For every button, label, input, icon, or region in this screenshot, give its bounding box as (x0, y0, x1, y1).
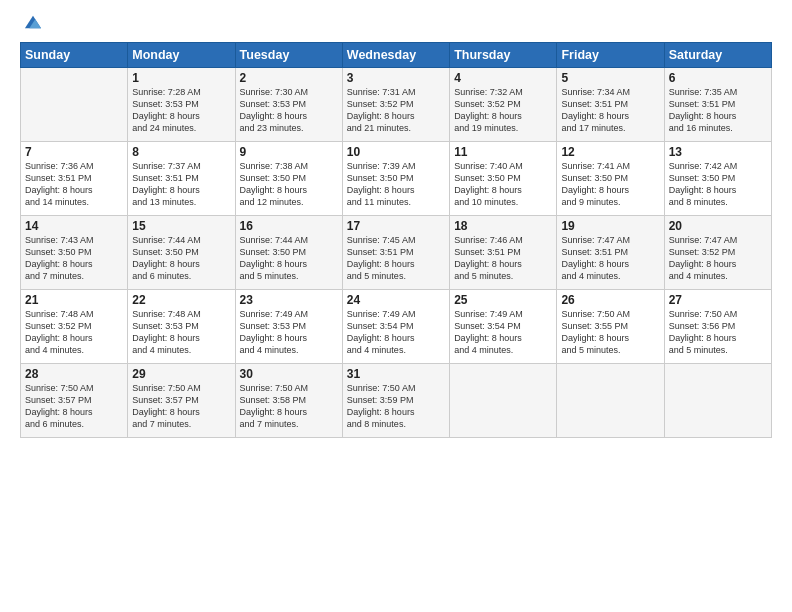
day-number: 23 (240, 293, 338, 307)
calendar-cell (21, 68, 128, 142)
calendar-cell: 9Sunrise: 7:38 AMSunset: 3:50 PMDaylight… (235, 142, 342, 216)
day-info: Sunrise: 7:37 AMSunset: 3:51 PMDaylight:… (132, 160, 230, 209)
day-info: Sunrise: 7:34 AMSunset: 3:51 PMDaylight:… (561, 86, 659, 135)
day-info: Sunrise: 7:44 AMSunset: 3:50 PMDaylight:… (132, 234, 230, 283)
calendar-cell: 24Sunrise: 7:49 AMSunset: 3:54 PMDayligh… (342, 290, 449, 364)
day-number: 17 (347, 219, 445, 233)
day-info: Sunrise: 7:42 AMSunset: 3:50 PMDaylight:… (669, 160, 767, 209)
week-row-3: 21Sunrise: 7:48 AMSunset: 3:52 PMDayligh… (21, 290, 772, 364)
day-number: 19 (561, 219, 659, 233)
day-info: Sunrise: 7:48 AMSunset: 3:53 PMDaylight:… (132, 308, 230, 357)
logo-icon (22, 12, 44, 34)
header-row: SundayMondayTuesdayWednesdayThursdayFrid… (21, 43, 772, 68)
day-number: 12 (561, 145, 659, 159)
day-info: Sunrise: 7:47 AMSunset: 3:51 PMDaylight:… (561, 234, 659, 283)
day-number: 9 (240, 145, 338, 159)
day-info: Sunrise: 7:43 AMSunset: 3:50 PMDaylight:… (25, 234, 123, 283)
calendar-cell: 4Sunrise: 7:32 AMSunset: 3:52 PMDaylight… (450, 68, 557, 142)
day-number: 31 (347, 367, 445, 381)
day-number: 25 (454, 293, 552, 307)
day-info: Sunrise: 7:46 AMSunset: 3:51 PMDaylight:… (454, 234, 552, 283)
day-info: Sunrise: 7:50 AMSunset: 3:59 PMDaylight:… (347, 382, 445, 431)
calendar-cell: 8Sunrise: 7:37 AMSunset: 3:51 PMDaylight… (128, 142, 235, 216)
week-row-0: 1Sunrise: 7:28 AMSunset: 3:53 PMDaylight… (21, 68, 772, 142)
calendar-cell: 23Sunrise: 7:49 AMSunset: 3:53 PMDayligh… (235, 290, 342, 364)
calendar-cell: 10Sunrise: 7:39 AMSunset: 3:50 PMDayligh… (342, 142, 449, 216)
col-header-wednesday: Wednesday (342, 43, 449, 68)
day-info: Sunrise: 7:48 AMSunset: 3:52 PMDaylight:… (25, 308, 123, 357)
day-number: 5 (561, 71, 659, 85)
day-info: Sunrise: 7:45 AMSunset: 3:51 PMDaylight:… (347, 234, 445, 283)
day-info: Sunrise: 7:30 AMSunset: 3:53 PMDaylight:… (240, 86, 338, 135)
calendar-table: SundayMondayTuesdayWednesdayThursdayFrid… (20, 42, 772, 438)
calendar-cell: 31Sunrise: 7:50 AMSunset: 3:59 PMDayligh… (342, 364, 449, 438)
logo (20, 22, 44, 34)
col-header-thursday: Thursday (450, 43, 557, 68)
day-info: Sunrise: 7:50 AMSunset: 3:58 PMDaylight:… (240, 382, 338, 431)
calendar-cell (664, 364, 771, 438)
day-number: 24 (347, 293, 445, 307)
day-info: Sunrise: 7:49 AMSunset: 3:54 PMDaylight:… (454, 308, 552, 357)
calendar-cell: 19Sunrise: 7:47 AMSunset: 3:51 PMDayligh… (557, 216, 664, 290)
calendar-cell: 18Sunrise: 7:46 AMSunset: 3:51 PMDayligh… (450, 216, 557, 290)
day-number: 3 (347, 71, 445, 85)
day-number: 15 (132, 219, 230, 233)
day-number: 27 (669, 293, 767, 307)
day-number: 30 (240, 367, 338, 381)
week-row-4: 28Sunrise: 7:50 AMSunset: 3:57 PMDayligh… (21, 364, 772, 438)
day-number: 26 (561, 293, 659, 307)
day-info: Sunrise: 7:35 AMSunset: 3:51 PMDaylight:… (669, 86, 767, 135)
day-number: 14 (25, 219, 123, 233)
day-number: 2 (240, 71, 338, 85)
calendar-cell (557, 364, 664, 438)
day-number: 21 (25, 293, 123, 307)
calendar-cell: 5Sunrise: 7:34 AMSunset: 3:51 PMDaylight… (557, 68, 664, 142)
calendar-cell: 12Sunrise: 7:41 AMSunset: 3:50 PMDayligh… (557, 142, 664, 216)
calendar-cell: 29Sunrise: 7:50 AMSunset: 3:57 PMDayligh… (128, 364, 235, 438)
day-number: 20 (669, 219, 767, 233)
day-info: Sunrise: 7:50 AMSunset: 3:56 PMDaylight:… (669, 308, 767, 357)
day-number: 1 (132, 71, 230, 85)
calendar-cell (450, 364, 557, 438)
calendar-cell: 26Sunrise: 7:50 AMSunset: 3:55 PMDayligh… (557, 290, 664, 364)
calendar-cell: 11Sunrise: 7:40 AMSunset: 3:50 PMDayligh… (450, 142, 557, 216)
day-info: Sunrise: 7:50 AMSunset: 3:57 PMDaylight:… (25, 382, 123, 431)
calendar-cell: 3Sunrise: 7:31 AMSunset: 3:52 PMDaylight… (342, 68, 449, 142)
page-container: SundayMondayTuesdayWednesdayThursdayFrid… (0, 0, 792, 448)
week-row-2: 14Sunrise: 7:43 AMSunset: 3:50 PMDayligh… (21, 216, 772, 290)
calendar-cell: 20Sunrise: 7:47 AMSunset: 3:52 PMDayligh… (664, 216, 771, 290)
calendar-cell: 13Sunrise: 7:42 AMSunset: 3:50 PMDayligh… (664, 142, 771, 216)
calendar-cell: 1Sunrise: 7:28 AMSunset: 3:53 PMDaylight… (128, 68, 235, 142)
day-info: Sunrise: 7:36 AMSunset: 3:51 PMDaylight:… (25, 160, 123, 209)
day-number: 16 (240, 219, 338, 233)
day-number: 11 (454, 145, 552, 159)
calendar-cell: 25Sunrise: 7:49 AMSunset: 3:54 PMDayligh… (450, 290, 557, 364)
header (20, 18, 772, 34)
day-info: Sunrise: 7:31 AMSunset: 3:52 PMDaylight:… (347, 86, 445, 135)
day-info: Sunrise: 7:28 AMSunset: 3:53 PMDaylight:… (132, 86, 230, 135)
day-number: 22 (132, 293, 230, 307)
calendar-cell: 21Sunrise: 7:48 AMSunset: 3:52 PMDayligh… (21, 290, 128, 364)
day-info: Sunrise: 7:44 AMSunset: 3:50 PMDaylight:… (240, 234, 338, 283)
day-number: 28 (25, 367, 123, 381)
day-info: Sunrise: 7:50 AMSunset: 3:57 PMDaylight:… (132, 382, 230, 431)
day-number: 10 (347, 145, 445, 159)
col-header-saturday: Saturday (664, 43, 771, 68)
calendar-cell: 28Sunrise: 7:50 AMSunset: 3:57 PMDayligh… (21, 364, 128, 438)
day-number: 29 (132, 367, 230, 381)
day-number: 6 (669, 71, 767, 85)
day-info: Sunrise: 7:49 AMSunset: 3:54 PMDaylight:… (347, 308, 445, 357)
day-number: 18 (454, 219, 552, 233)
calendar-cell: 15Sunrise: 7:44 AMSunset: 3:50 PMDayligh… (128, 216, 235, 290)
calendar-cell: 14Sunrise: 7:43 AMSunset: 3:50 PMDayligh… (21, 216, 128, 290)
calendar-cell: 2Sunrise: 7:30 AMSunset: 3:53 PMDaylight… (235, 68, 342, 142)
day-info: Sunrise: 7:40 AMSunset: 3:50 PMDaylight:… (454, 160, 552, 209)
calendar-cell: 27Sunrise: 7:50 AMSunset: 3:56 PMDayligh… (664, 290, 771, 364)
calendar-cell: 7Sunrise: 7:36 AMSunset: 3:51 PMDaylight… (21, 142, 128, 216)
col-header-monday: Monday (128, 43, 235, 68)
col-header-sunday: Sunday (21, 43, 128, 68)
day-number: 8 (132, 145, 230, 159)
day-info: Sunrise: 7:32 AMSunset: 3:52 PMDaylight:… (454, 86, 552, 135)
col-header-friday: Friday (557, 43, 664, 68)
calendar-cell: 17Sunrise: 7:45 AMSunset: 3:51 PMDayligh… (342, 216, 449, 290)
